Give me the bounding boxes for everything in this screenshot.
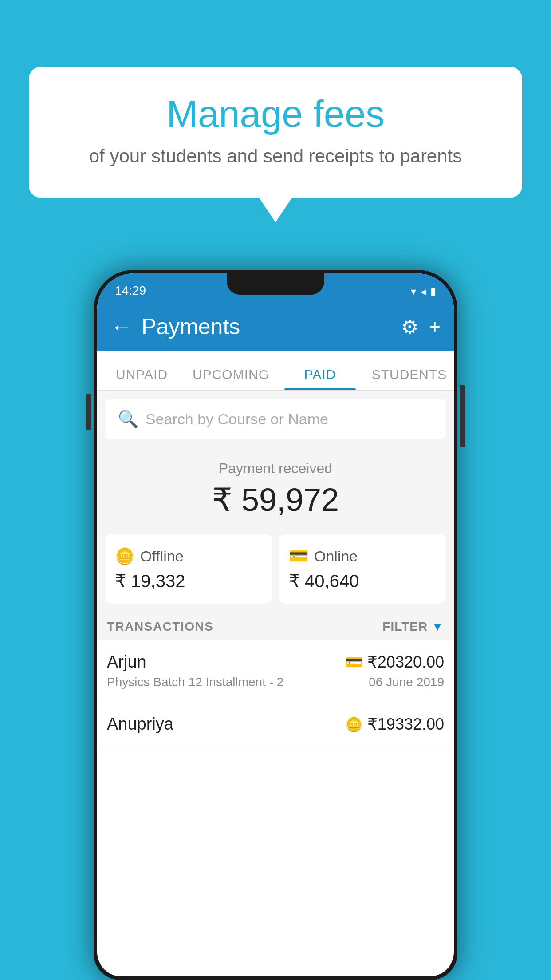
status-icons: ▾ ◂ ▮	[411, 285, 436, 298]
transaction-amount: ₹20320.00	[367, 653, 444, 672]
transaction-amount: ₹19332.00	[367, 715, 444, 734]
payment-cards: 🪙 Offline ₹ 19,332 💳 Online ₹ 40,640	[97, 527, 454, 611]
battery-icon: ▮	[430, 285, 436, 298]
speech-bubble: Manage fees of your students and send re…	[29, 67, 522, 198]
app-bar: ← Payments ⚙ +	[97, 302, 454, 351]
back-button[interactable]: ←	[110, 314, 133, 340]
online-amount: ₹ 40,640	[289, 571, 436, 591]
online-payment-card: 💳 Online ₹ 40,640	[279, 534, 446, 604]
transactions-header: TRANSACTIONS FILTER ▼	[97, 611, 454, 640]
transaction-type-icon: 💳	[345, 654, 363, 671]
transaction-row[interactable]: Arjun 💳 ₹20320.00 Physics Batch 12 Insta…	[97, 640, 454, 702]
transaction-name: Anupriya	[107, 715, 173, 734]
transaction-amount-wrap: 💳 ₹20320.00	[345, 653, 444, 672]
bubble-subtitle: of your students and send receipts to pa…	[55, 146, 496, 167]
transaction-type-icon: 🪙	[345, 716, 363, 733]
transaction-date: 06 June 2019	[369, 675, 444, 689]
transaction-row[interactable]: Anupriya 🪙 ₹19332.00	[97, 702, 454, 750]
offline-amount: ₹ 19,332	[115, 571, 262, 591]
transactions-label: TRANSACTIONS	[107, 620, 213, 634]
online-label: Online	[314, 548, 358, 565]
phone-side-btn-left	[86, 394, 91, 430]
add-button[interactable]: +	[429, 316, 441, 338]
filter-icon: ▼	[431, 620, 444, 634]
offline-card-header: 🪙 Offline	[115, 547, 262, 565]
payment-received-label: Payment received	[106, 460, 445, 477]
filter-button[interactable]: FILTER ▼	[382, 620, 444, 634]
tab-paid[interactable]: PAID	[276, 367, 365, 390]
app-title: Payments	[142, 314, 392, 340]
offline-label: Offline	[140, 548, 184, 565]
tab-upcoming[interactable]: UPCOMING	[186, 367, 276, 390]
transaction-top: Arjun 💳 ₹20320.00	[107, 652, 444, 672]
phone-frame: 14:29 ▾ ◂ ▮ ← Payments ⚙ + UNPAID UPCOMI…	[94, 270, 457, 980]
wifi-icon: ▾	[411, 285, 416, 298]
bubble-title: Manage fees	[55, 93, 496, 135]
search-placeholder: Search by Course or Name	[146, 411, 328, 428]
offline-payment-card: 🪙 Offline ₹ 19,332	[105, 534, 272, 604]
transaction-name: Arjun	[107, 652, 146, 672]
search-icon: 🔍	[118, 409, 138, 429]
tab-students[interactable]: STUDENTS	[365, 367, 454, 390]
online-icon: 💳	[289, 547, 309, 565]
phone-screen: 14:29 ▾ ◂ ▮ ← Payments ⚙ + UNPAID UPCOMI…	[97, 273, 454, 976]
filter-label: FILTER	[382, 620, 428, 634]
transaction-desc: Physics Batch 12 Installment - 2	[107, 675, 283, 689]
status-time: 14:29	[115, 284, 146, 298]
online-card-header: 💳 Online	[289, 547, 436, 565]
signal-icon: ◂	[421, 285, 426, 298]
tab-unpaid[interactable]: UNPAID	[97, 367, 186, 390]
offline-icon: 🪙	[115, 547, 135, 565]
settings-button[interactable]: ⚙	[401, 316, 418, 338]
speech-bubble-container: Manage fees of your students and send re…	[29, 67, 522, 198]
phone-side-btn-right	[460, 385, 465, 447]
transaction-top: Anupriya 🪙 ₹19332.00	[107, 715, 444, 734]
transaction-amount-wrap: 🪙 ₹19332.00	[345, 715, 444, 734]
search-bar[interactable]: 🔍 Search by Course or Name	[105, 399, 446, 439]
payment-received-amount: ₹ 59,972	[106, 481, 445, 518]
content-area: 🔍 Search by Course or Name Payment recei…	[97, 391, 454, 750]
payment-received-section: Payment received ₹ 59,972	[97, 447, 454, 527]
app-bar-actions: ⚙ +	[401, 316, 441, 338]
phone-notch	[227, 273, 324, 295]
transaction-bottom: Physics Batch 12 Installment - 2 06 June…	[107, 675, 444, 689]
tab-bar: UNPAID UPCOMING PAID STUDENTS	[97, 351, 454, 391]
